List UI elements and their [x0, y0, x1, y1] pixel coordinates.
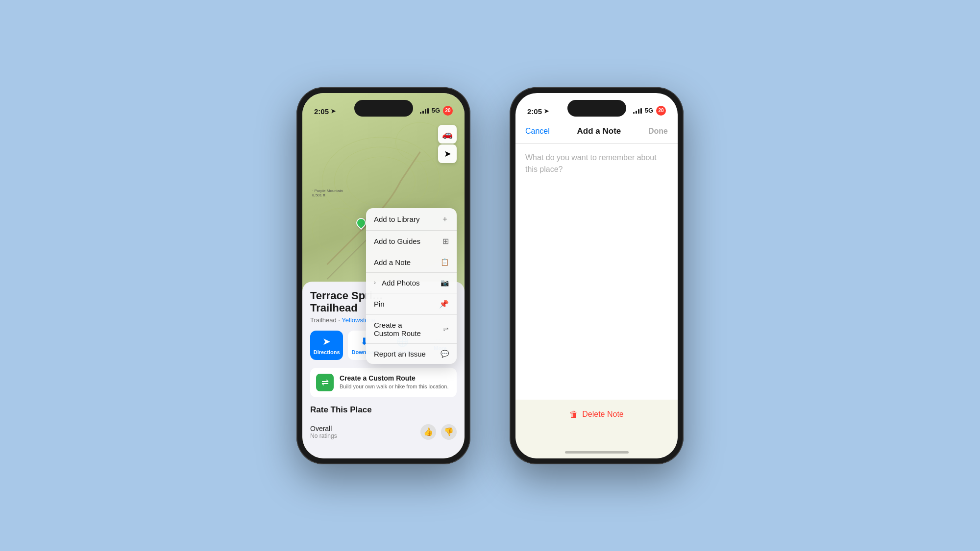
add-guides-icon: ⊞ — [442, 237, 449, 246]
note-header: Cancel Add a Note Done — [515, 120, 678, 144]
network-label-2: 5G — [645, 107, 653, 114]
svg-point-1 — [335, 147, 428, 216]
signal-bars-2 — [633, 108, 642, 114]
map-controls: 🚗 ➤ — [438, 125, 457, 163]
custom-route-title: Create a Custom Route — [340, 374, 449, 382]
signal-bar-2-4 — [640, 108, 642, 114]
note-textarea-area[interactable]: What do you want to remember about this … — [515, 144, 678, 400]
location-arrow-icon: ➤ — [331, 108, 336, 115]
menu-item-label: Add to Guides — [374, 237, 420, 245]
custom-route-icon: ⇌ — [443, 325, 449, 333]
note-header-title: Add a Note — [577, 126, 621, 136]
signal-bar-2-3 — [638, 109, 639, 114]
menu-item-label: Add to Library — [374, 215, 419, 223]
menu-create-custom-route[interactable]: Create aCustom Route ⇌ — [366, 315, 457, 344]
delete-note-label: Delete Note — [582, 410, 624, 419]
add-note-icon: 📋 — [441, 258, 449, 266]
cancel-button[interactable]: Cancel — [525, 127, 550, 136]
battery-badge-2: 20 — [656, 106, 666, 116]
phone-note: 2:05 ➤ 5G 20 Cancel Add a Note Done W — [510, 87, 684, 464]
rate-section-title: Rate This Place — [310, 405, 457, 415]
status-time-1: 2:05 ➤ — [314, 107, 336, 116]
trash-icon: 🗑 — [569, 409, 578, 420]
done-button[interactable]: Done — [648, 127, 668, 136]
maps-screen: 2:05 ➤ 5G 20 — [302, 93, 465, 458]
thumbs-up-button[interactable]: 👍 — [420, 424, 436, 440]
menu-item-label: Add Photos — [382, 279, 420, 287]
battery-badge-1: 20 — [443, 106, 453, 116]
dynamic-island-2 — [567, 100, 626, 117]
menu-item-label: Pin — [374, 300, 385, 308]
delete-note-button[interactable]: 🗑 Delete Note — [569, 409, 624, 420]
dynamic-island — [354, 100, 413, 117]
signal-bar-4 — [427, 108, 429, 114]
menu-item-label: Report an Issue — [374, 350, 426, 358]
note-screen: 2:05 ➤ 5G 20 Cancel Add a Note Done W — [515, 93, 678, 458]
custom-route-text: Create a Custom Route Build your own wal… — [340, 374, 449, 390]
signal-bars-1 — [420, 108, 429, 114]
menu-add-photos[interactable]: › Add Photos 📷 — [366, 273, 457, 293]
menu-pin[interactable]: Pin 📌 — [366, 293, 457, 315]
rate-row-overall: Overall No ratings 👍 👎 — [310, 420, 457, 444]
menu-add-to-guides[interactable]: Add to Guides ⊞ — [366, 231, 457, 252]
menu-item-label: Create aCustom Route — [374, 321, 421, 337]
signal-bar-2 — [422, 111, 424, 114]
report-icon: 💬 — [441, 350, 449, 358]
menu-add-a-note[interactable]: Add a Note 📋 — [366, 252, 457, 273]
car-view-button[interactable]: 🚗 — [438, 125, 457, 144]
pin-icon: 📌 — [439, 299, 449, 309]
rate-section: Rate This Place Overall No ratings 👍 👎 — [310, 405, 457, 444]
location-arrow-icon-2: ➤ — [544, 108, 549, 115]
thumbs-down-button[interactable]: 👎 — [441, 424, 457, 440]
signal-bar-3 — [425, 109, 426, 114]
rate-overall-sub: No ratings — [310, 432, 337, 439]
svg-point-2 — [347, 157, 416, 206]
note-placeholder: What do you want to remember about this … — [525, 152, 668, 175]
chevron-right-icon: › — [374, 279, 376, 286]
custom-route-card-icon: ⇌ — [316, 374, 334, 391]
status-right-1: 5G 20 — [420, 106, 453, 116]
home-indicator-2 — [565, 451, 629, 454]
custom-route-card[interactable]: ⇌ Create a Custom Route Build your own w… — [310, 368, 457, 397]
status-right-2: 5G 20 — [633, 106, 666, 116]
signal-bar-2-2 — [636, 111, 637, 114]
directions-label: Directions — [314, 349, 340, 355]
note-bottom-section: 🗑 Delete Note — [515, 400, 678, 458]
signal-bar-1 — [420, 112, 421, 114]
directions-icon: ➤ — [322, 335, 331, 347]
rate-buttons: 👍 👎 — [420, 424, 457, 440]
signal-bar-2-1 — [633, 112, 635, 114]
phone-maps: 2:05 ➤ 5G 20 — [296, 87, 470, 464]
map-label-mountain: · Purple Mountain 8,501 ft — [312, 189, 343, 197]
menu-item-label: Add a Note — [374, 258, 411, 266]
dropdown-menu: Add to Library ＋ Add to Guides ⊞ Add a N… — [366, 208, 457, 364]
custom-route-desc: Build your own walk or hike from this lo… — [340, 383, 449, 390]
photos-icon: 📷 — [441, 279, 449, 287]
rate-overall-label: Overall — [310, 425, 337, 432]
directions-button[interactable]: ➤ Directions — [310, 331, 343, 360]
menu-report-issue[interactable]: Report an Issue 💬 — [366, 344, 457, 364]
network-label-1: 5G — [432, 107, 440, 114]
svg-point-4 — [396, 122, 445, 162]
add-library-icon: ＋ — [441, 214, 449, 224]
menu-add-to-library[interactable]: Add to Library ＋ — [366, 208, 457, 231]
direction-button[interactable]: ➤ — [438, 144, 457, 163]
status-time-2: 2:05 ➤ — [527, 107, 549, 116]
